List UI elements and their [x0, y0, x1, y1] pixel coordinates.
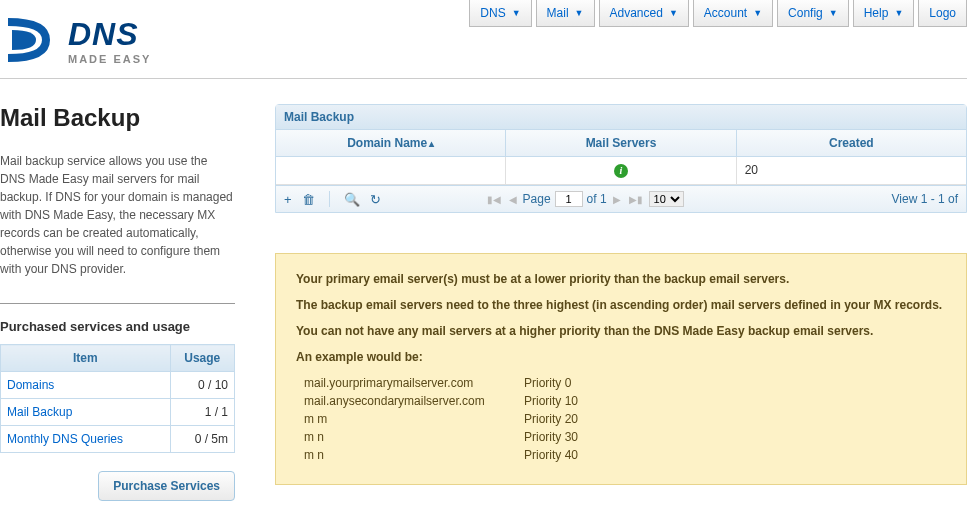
- col-created[interactable]: Created: [737, 130, 966, 156]
- top-nav: DNS▼ Mail▼ Advanced▼ Account▼ Config▼ He…: [469, 0, 967, 27]
- cell-servers: i: [506, 157, 736, 184]
- notice-box: Your primary email server(s) must be at …: [275, 253, 967, 485]
- nav-label: Account: [704, 6, 747, 20]
- usage-item-link[interactable]: Domains: [1, 372, 171, 399]
- nav-label: Config: [788, 6, 823, 20]
- add-icon[interactable]: +: [284, 192, 292, 207]
- nav-dns[interactable]: DNS▼: [469, 0, 531, 27]
- purchase-row: Purchase Services: [0, 471, 235, 501]
- logo[interactable]: DNS MADE EASY: [0, 0, 151, 70]
- logo-brand-bottom: MADE EASY: [68, 53, 151, 65]
- nav-advanced[interactable]: Advanced▼: [599, 0, 689, 27]
- example-row: mail.anysecondarymailserver.comPriority …: [296, 394, 946, 408]
- nav-help[interactable]: Help▼: [853, 0, 915, 27]
- nav-label: Logo: [929, 6, 956, 20]
- col-label: Domain Name: [347, 136, 427, 150]
- panel-title: Mail Backup: [276, 105, 966, 130]
- example-host: m n: [304, 448, 524, 462]
- nav-logout[interactable]: Logo: [918, 0, 967, 27]
- notice-line: Your primary email server(s) must be at …: [296, 272, 946, 286]
- example-row: mail.yourprimarymailserver.comPriority 0: [296, 376, 946, 390]
- header: DNS MADE EASY DNS▼ Mail▼ Advanced▼ Accou…: [0, 0, 967, 79]
- info-icon[interactable]: i: [614, 164, 628, 178]
- notice-line: You can not have any mail servers at a h…: [296, 324, 946, 338]
- sort-asc-icon: ▴: [429, 138, 434, 149]
- notice-line: The backup email servers need to the thr…: [296, 298, 946, 312]
- mail-backup-panel: Mail Backup Domain Name▴ Mail Servers Cr…: [275, 104, 967, 213]
- example-row: m mPriority 20: [296, 412, 946, 426]
- nav-account[interactable]: Account▼: [693, 0, 773, 27]
- example-row: m nPriority 30: [296, 430, 946, 444]
- last-page-icon[interactable]: ▶▮: [627, 194, 645, 205]
- example-intro: An example would be:: [296, 350, 946, 364]
- col-mail-servers[interactable]: Mail Servers: [506, 130, 736, 156]
- page-of: of 1: [587, 192, 607, 206]
- refresh-icon[interactable]: ↻: [370, 192, 381, 207]
- separator: [329, 191, 330, 207]
- usage-value: 0 / 5m: [170, 426, 234, 453]
- table-row: Domains0 / 10: [1, 372, 235, 399]
- prev-page-icon[interactable]: ◀: [507, 194, 519, 205]
- divider: [0, 303, 235, 304]
- chevron-down-icon: ▼: [512, 8, 521, 18]
- first-page-icon[interactable]: ▮◀: [485, 194, 503, 205]
- example-row: m nPriority 40: [296, 448, 946, 462]
- next-page-icon[interactable]: ▶: [611, 194, 623, 205]
- usage-table: Item Usage Domains0 / 10 Mail Backup1 / …: [0, 344, 235, 453]
- left-sidebar: Mail Backup Mail backup service allows y…: [0, 104, 255, 501]
- page-description: Mail backup service allows you use the D…: [0, 152, 235, 278]
- chevron-down-icon: ▼: [829, 8, 838, 18]
- content: Mail Backup Mail backup service allows y…: [0, 104, 967, 501]
- example-priority: Priority 0: [524, 376, 604, 390]
- col-usage: Usage: [170, 345, 234, 372]
- nav-label: Mail: [547, 6, 569, 20]
- usage-value: 1 / 1: [170, 399, 234, 426]
- grid-header: Domain Name▴ Mail Servers Created: [276, 130, 966, 157]
- nav-label: DNS: [480, 6, 505, 20]
- pager-actions: + 🗑 🔍 ↻: [284, 191, 381, 207]
- search-icon[interactable]: 🔍: [344, 192, 360, 207]
- usage-title: Purchased services and usage: [0, 319, 235, 334]
- example-priority: Priority 10: [524, 394, 604, 408]
- page-size-select[interactable]: 10: [649, 191, 684, 207]
- pager-nav: ▮◀ ◀ Page of 1 ▶ ▶▮ 10: [485, 191, 684, 207]
- example-host: m m: [304, 412, 524, 426]
- nav-config[interactable]: Config▼: [777, 0, 849, 27]
- page-title: Mail Backup: [0, 104, 235, 132]
- table-row: Mail Backup1 / 1: [1, 399, 235, 426]
- logo-icon: [0, 10, 60, 70]
- chevron-down-icon: ▼: [753, 8, 762, 18]
- view-range: View 1 - 1 of: [892, 192, 958, 206]
- nav-label: Help: [864, 6, 889, 20]
- table-row: Monthly DNS Queries0 / 5m: [1, 426, 235, 453]
- cell-domain: [276, 157, 506, 184]
- example-priority: Priority 30: [524, 430, 604, 444]
- chevron-down-icon: ▼: [575, 8, 584, 18]
- example-host: mail.anysecondarymailserver.com: [304, 394, 524, 408]
- usage-item-link[interactable]: Mail Backup: [1, 399, 171, 426]
- col-item: Item: [1, 345, 171, 372]
- example-priority: Priority 20: [524, 412, 604, 426]
- logo-brand-top: DNS: [68, 16, 151, 53]
- main-area: Mail Backup Domain Name▴ Mail Servers Cr…: [255, 104, 967, 501]
- nav-mail[interactable]: Mail▼: [536, 0, 595, 27]
- usage-value: 0 / 10: [170, 372, 234, 399]
- col-domain-name[interactable]: Domain Name▴: [276, 130, 506, 156]
- chevron-down-icon: ▼: [669, 8, 678, 18]
- nav-label: Advanced: [610, 6, 663, 20]
- logo-text: DNS MADE EASY: [68, 16, 151, 65]
- chevron-down-icon: ▼: [894, 8, 903, 18]
- example-host: mail.yourprimarymailserver.com: [304, 376, 524, 390]
- pager: + 🗑 🔍 ↻ ▮◀ ◀ Page of 1 ▶ ▶▮ 10 View 1 - …: [276, 185, 966, 212]
- page-label: Page: [523, 192, 551, 206]
- grid-row[interactable]: i 20: [276, 157, 966, 185]
- example-host: m n: [304, 430, 524, 444]
- cell-created: 20: [737, 157, 966, 184]
- page-input[interactable]: [555, 191, 583, 207]
- usage-item-link[interactable]: Monthly DNS Queries: [1, 426, 171, 453]
- delete-icon[interactable]: 🗑: [302, 192, 315, 207]
- purchase-services-button[interactable]: Purchase Services: [98, 471, 235, 501]
- example-priority: Priority 40: [524, 448, 604, 462]
